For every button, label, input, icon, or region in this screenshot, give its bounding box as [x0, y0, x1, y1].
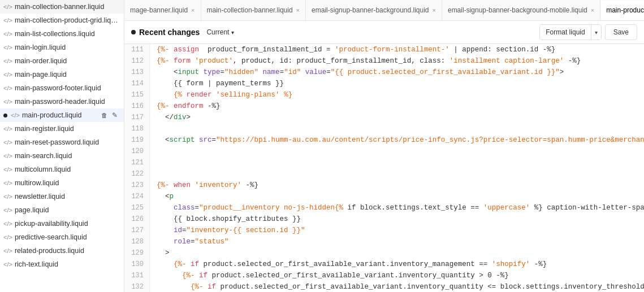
- tab-close-icon[interactable]: ×: [191, 7, 195, 14]
- line-content: {{ form | payment_terms }}: [150, 78, 644, 89]
- line-number: 129: [124, 247, 150, 259]
- sidebar-item-label: main-login.liquid: [15, 43, 119, 51]
- sidebar-item-label: multicolumn.liquid: [15, 165, 119, 173]
- line-content: </div>: [150, 112, 644, 123]
- sidebar-item-label: main-reset-password.liquid: [15, 138, 119, 146]
- editor-area[interactable]: 111{%- assign product_form_installment_i…: [124, 44, 644, 292]
- sidebar-item-newsletter[interactable]: </>newsletter.liquid: [0, 190, 124, 203]
- sidebar-item-main-search[interactable]: </>main-search.liquid: [0, 149, 124, 163]
- line-content: {{ block.shopify_attributes }}: [150, 213, 644, 225]
- line-content: {% render 'selling-plans' %}: [150, 89, 644, 101]
- table-row: 121: [124, 157, 644, 168]
- sidebar-item-label: main-order.liquid: [15, 57, 119, 65]
- sidebar-item-main-page[interactable]: </>main-page.liquid: [0, 68, 124, 81]
- sidebar-item-rich-text[interactable]: </>rich-text.liquid: [0, 258, 124, 271]
- sidebar-item-main-collection-banner[interactable]: </>main-collection-banner.liquid: [0, 0, 124, 14]
- line-content: {%- if product.selected_or_first_availab…: [150, 281, 644, 292]
- line-number: 128: [124, 236, 150, 247]
- tab-email-signup-banner-background[interactable]: email-signup-banner-background.liquid×: [306, 0, 442, 20]
- tab-close-icon[interactable]: ×: [433, 7, 436, 14]
- sidebar-item-page[interactable]: </>page.liquid: [0, 203, 124, 217]
- code-icon: </>: [11, 112, 20, 119]
- sidebar-item-related-products[interactable]: </>related-products.liquid: [0, 244, 124, 258]
- current-dropdown[interactable]: Current ▾: [204, 27, 236, 37]
- table-row: 111{%- assign product_form_installment_i…: [124, 44, 644, 55]
- line-content: id="inventory-{{ section.id }}": [150, 225, 644, 236]
- sidebar-item-label: main-collection-banner.liquid: [15, 3, 119, 11]
- tab-close-icon[interactable]: ×: [296, 7, 300, 14]
- code-icon: </>: [3, 152, 12, 159]
- tab-mage-banner[interactable]: mage-banner.liquid×: [124, 0, 201, 20]
- sidebar-item-main-product[interactable]: </>main-product.liquid🗑✎: [0, 108, 124, 122]
- sidebar-item-label: rich-text.liquid: [15, 260, 119, 268]
- sidebar-item-predictive-search[interactable]: </>predictive-search.liquid: [0, 230, 124, 244]
- tab-email-signup-banner-background-mobile[interactable]: email-signup-banner-background-mobile.li…: [442, 0, 600, 20]
- toolbar-right: Format liquid ▾ Save: [539, 24, 637, 40]
- table-row: 112{%- form 'product', product, id: prod…: [124, 55, 644, 67]
- sidebar-item-main-password-header[interactable]: </>main-password-header.liquid: [0, 95, 124, 108]
- line-content: <script src="https://bpi.humm-au.com.au/…: [150, 134, 644, 146]
- line-number: 121: [124, 157, 150, 168]
- line-content: {%- if product.selected_or_first_availab…: [150, 270, 644, 281]
- line-number: 126: [124, 213, 150, 225]
- line-number: 131: [124, 270, 150, 281]
- sidebar-item-label: pickup-availability.liquid: [15, 220, 119, 228]
- sidebar-item-pickup-availability[interactable]: </>pickup-availability.liquid: [0, 217, 124, 230]
- sidebar-item-label: main-password-header.liquid: [15, 98, 119, 106]
- line-number: 122: [124, 168, 150, 180]
- edit-icon[interactable]: ✎: [110, 111, 119, 120]
- table-row: 126 {{ block.shopify_attributes }}: [124, 213, 644, 225]
- sidebar-item-label: main-collection-product-grid.liquid: [15, 16, 119, 24]
- tab-main-collection-banner[interactable]: main-collection-banner.liquid×: [201, 0, 306, 20]
- sidebar-item-main-collection-product-grid[interactable]: </>main-collection-product-grid.liquid: [0, 14, 124, 27]
- sidebar-item-label: main-product.liquid: [22, 111, 97, 119]
- line-content: <p: [150, 191, 644, 202]
- tab-label: main-collection-banner.liquid: [207, 6, 293, 14]
- sidebar-item-label: related-products.liquid: [15, 247, 119, 255]
- sidebar-item-main-login[interactable]: </>main-login.liquid: [0, 41, 124, 54]
- line-number: 123: [124, 180, 150, 191]
- sidebar-item-main-order[interactable]: </>main-order.liquid: [0, 54, 124, 68]
- tab-label: email-signup-banner-background-mobile.li…: [448, 6, 587, 14]
- table-row: 119 <script src="https://bpi.humm-au.com…: [124, 134, 644, 146]
- line-number: 127: [124, 225, 150, 236]
- line-number: 113: [124, 67, 150, 78]
- code-icon: </>: [3, 193, 12, 200]
- tab-main-product[interactable]: main-product.liquid: [600, 1, 644, 21]
- line-number: 116: [124, 101, 150, 112]
- table-row: 123{%- when 'inventory' -%}: [124, 180, 644, 191]
- sidebar-item-main-reset-password[interactable]: </>main-reset-password.liquid: [0, 136, 124, 149]
- format-liquid-button[interactable]: Format liquid ▾: [539, 24, 601, 40]
- tab-close-icon[interactable]: ×: [591, 7, 594, 14]
- trash-icon[interactable]: 🗑: [100, 111, 109, 120]
- line-number: 115: [124, 89, 150, 101]
- line-content: [150, 168, 644, 180]
- tab-label: main-product.liquid: [606, 6, 644, 14]
- line-content: [150, 146, 644, 157]
- sidebar-item-main-list-collections[interactable]: </>main-list-collections.liquid: [0, 27, 124, 41]
- code-icon: </>: [3, 220, 12, 227]
- code-icon: </>: [3, 139, 12, 146]
- format-liquid-label[interactable]: Format liquid: [540, 25, 590, 40]
- code-icon: </>: [3, 234, 12, 241]
- toolbar: Recent changes Current ▾ Format liquid ▾…: [124, 21, 644, 44]
- sidebar-item-label: main-register.liquid: [15, 125, 119, 133]
- sidebar-item-multirow[interactable]: </>multirow.liquid: [0, 176, 124, 190]
- line-number: 130: [124, 259, 150, 270]
- line-number: 125: [124, 202, 150, 213]
- toolbar-left: Recent changes Current ▾: [131, 27, 535, 37]
- table-row: 114 {{ form | payment_terms }}: [124, 78, 644, 89]
- code-icon: </>: [3, 166, 12, 173]
- sidebar-item-main-register[interactable]: </>main-register.liquid: [0, 122, 124, 136]
- sidebar-item-label: main-password-footer.liquid: [15, 84, 119, 92]
- line-number: 117: [124, 112, 150, 123]
- sidebar-item-multicolumn[interactable]: </>multicolumn.liquid: [0, 163, 124, 176]
- line-number: 111: [124, 44, 150, 55]
- format-liquid-dropdown[interactable]: ▾: [591, 25, 601, 40]
- sidebar-item-main-password-footer[interactable]: </>main-password-footer.liquid: [0, 81, 124, 95]
- code-icon: </>: [3, 17, 12, 24]
- line-content: {%- endform -%}: [150, 101, 644, 112]
- sidebar-item-label: newsletter.liquid: [15, 193, 119, 201]
- save-button[interactable]: Save: [605, 24, 637, 40]
- sidebar-item-label: main-page.liquid: [15, 71, 119, 79]
